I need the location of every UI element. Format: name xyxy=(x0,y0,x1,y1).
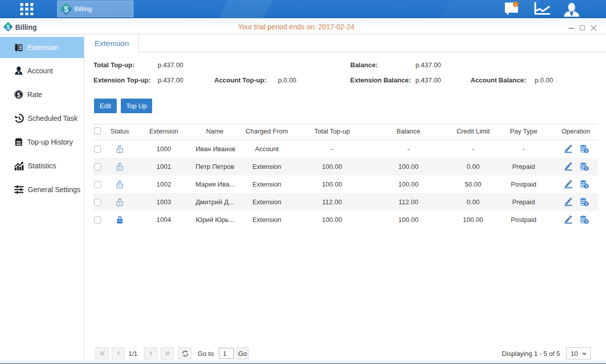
svg-text:$: $ xyxy=(585,184,587,189)
svg-text:$: $ xyxy=(64,5,69,14)
svg-text:$: $ xyxy=(585,201,587,206)
svg-text:!: ! xyxy=(515,3,517,8)
svg-text:$: $ xyxy=(17,91,21,98)
svg-text:$: $ xyxy=(585,166,587,171)
svg-text:$: $ xyxy=(585,219,587,224)
svg-text:$: $ xyxy=(585,148,587,153)
